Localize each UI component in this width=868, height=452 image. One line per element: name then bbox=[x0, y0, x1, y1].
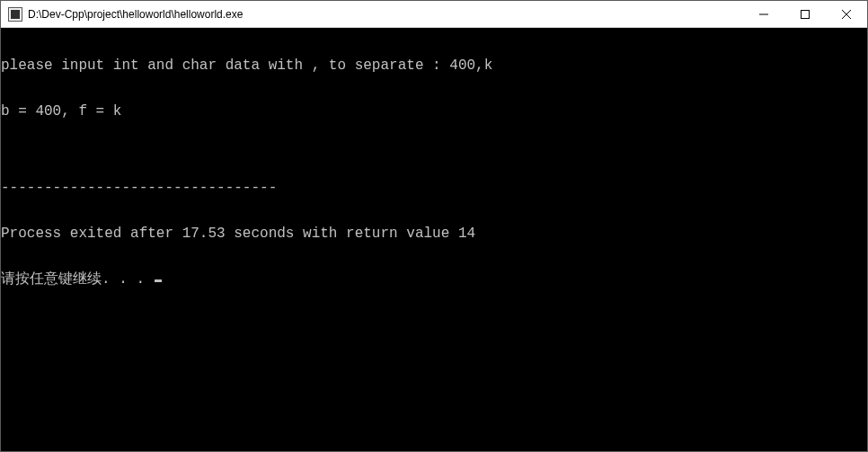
svg-rect-1 bbox=[802, 10, 810, 18]
titlebar[interactable]: D:\Dev-Cpp\project\helloworld\helloworld… bbox=[1, 1, 867, 28]
minimize-icon bbox=[759, 10, 768, 19]
maximize-icon bbox=[801, 10, 810, 19]
console-line: please input int and char data with , to… bbox=[1, 58, 867, 74]
console-line: -------------------------------- bbox=[1, 181, 867, 196]
console-prompt-text: 请按任意键继续. . . bbox=[1, 271, 154, 288]
app-icon bbox=[8, 7, 22, 22]
maximize-button[interactable] bbox=[784, 1, 826, 27]
console-prompt-line: 请按任意键继续. . . bbox=[1, 272, 867, 288]
minimize-button[interactable] bbox=[743, 1, 784, 27]
window-title: D:\Dev-Cpp\project\helloworld\helloworld… bbox=[28, 8, 743, 21]
app-window: D:\Dev-Cpp\project\helloworld\helloworld… bbox=[0, 0, 868, 452]
console-line: Process exited after 17.53 seconds with … bbox=[1, 226, 867, 242]
close-icon bbox=[842, 10, 851, 19]
console-line: b = 400, f = k bbox=[1, 104, 867, 120]
close-button[interactable] bbox=[826, 1, 867, 27]
cursor-icon bbox=[155, 279, 162, 282]
console-output[interactable]: please input int and char data with , to… bbox=[1, 28, 867, 451]
window-controls bbox=[743, 1, 867, 27]
